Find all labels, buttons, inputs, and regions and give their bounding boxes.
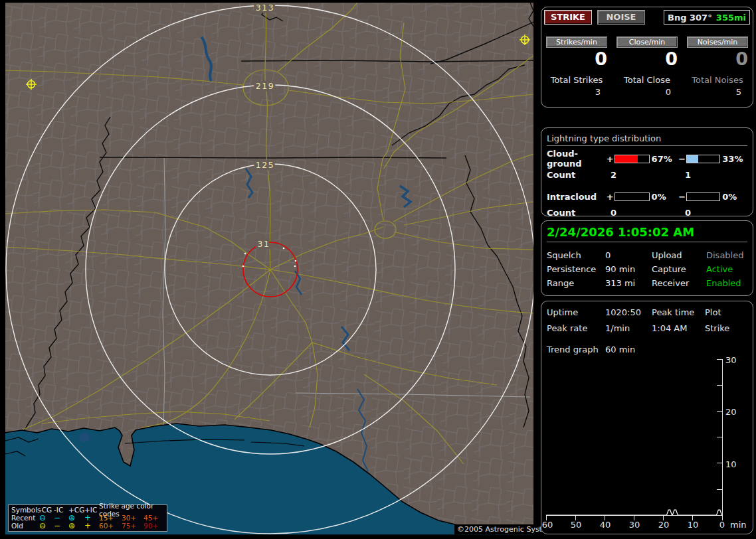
total-strikes-label: Total Strikes — [546, 75, 607, 85]
total-close-label: Total Close — [616, 75, 678, 85]
total-noises-value: 5 — [687, 87, 748, 97]
legend-old-label: Old — [11, 522, 39, 530]
status-grid: Squelch 0 Upload Disabled Persistence 90… — [541, 250, 753, 288]
y-tick-10: 10 — [725, 459, 737, 469]
total-close-value: 0 — [616, 87, 678, 97]
cloud-ground-count-row: Count 2 1 — [541, 167, 753, 183]
cg-negative-pct: 33% — [720, 154, 747, 164]
trend-settings-row: Trend graph 60 min — [541, 345, 753, 354]
capture-state: Active — [706, 264, 747, 274]
upload-label: Upload — [652, 250, 706, 260]
trend-graph-label: Trend graph — [547, 345, 605, 354]
strikes-per-min-button[interactable]: Strikes/min — [546, 37, 607, 48]
age-15: 15+ — [99, 514, 122, 522]
x-tick-50: 50 — [571, 520, 582, 530]
intracloud-label: Intracloud — [547, 192, 606, 202]
trend-graph: 30 20 10 60 50 40 30 20 10 0 min — [541, 301, 753, 534]
intracloud-count-row: Count 0 0 — [541, 204, 753, 220]
cloud-ground-row: Cloud-ground + 67% − 33% — [541, 151, 753, 167]
pos-ic-old-icon: + — [84, 522, 99, 530]
plot-header: Plot — [705, 307, 747, 317]
peak-time-header: Peak time — [652, 307, 705, 317]
cg-negative-count: 1 — [684, 170, 691, 180]
peak-rate-value: 1/min — [605, 323, 652, 333]
plot-value: Strike — [705, 323, 747, 333]
x-tick-30: 30 — [629, 520, 640, 530]
ring-label-313: 313 — [256, 3, 274, 13]
pos-cg-old-icon: ⊕ — [68, 522, 84, 530]
ic-negative-pct: 0% — [720, 192, 747, 202]
bearing-readout: Bng 307° 355mi — [664, 10, 750, 25]
ring-label-125: 125 — [256, 160, 274, 170]
stats-grid: Uptime 1020:50 Peak time Plot Peak rate … — [541, 307, 753, 333]
plus-sign: + — [606, 154, 614, 164]
receiver-label: Receiver — [652, 278, 706, 288]
distribution-title: Lightning type distribution — [547, 133, 747, 146]
strike-map[interactable]: 313 219 125 31 — [5, 3, 533, 535]
noises-per-min-value: 0 — [687, 48, 748, 69]
neg-cg-old-icon: ⊖ — [39, 522, 54, 530]
strikes-counter: Strikes/min 0 Total Strikes 3 — [546, 37, 607, 97]
intracloud-row: Intracloud + 0% − 0% — [541, 189, 753, 204]
minus-sign: − — [678, 154, 686, 164]
plus-sign: + — [606, 192, 614, 202]
x-tick-40: 40 — [600, 520, 611, 530]
bearing-value: Bng 307° — [668, 13, 712, 23]
uptime-label: Uptime — [547, 307, 605, 317]
x-axis-unit: min — [730, 520, 747, 530]
ic-positive-pct: 0% — [650, 192, 678, 202]
status-panel: 2/24/2026 1:05:02 AM Squelch 0 Upload Di… — [541, 220, 753, 296]
persistence-value: 90 min — [605, 264, 652, 274]
rate-counters: Strikes/min 0 Total Strikes 3 Close/min … — [541, 37, 753, 97]
receiver-state: Enabled — [706, 278, 747, 288]
nexstorm-window: { "map": { "ring_labels": ["313", "219",… — [0, 0, 756, 539]
trend-axes — [546, 359, 723, 520]
trend-tick-labels: 30 20 10 60 50 40 30 20 10 0 min — [542, 355, 747, 530]
strike-legend: Symbols -CG -IC +CG +IC Strike age color… — [8, 504, 167, 532]
capture-label: Capture — [652, 264, 706, 274]
age-45: 45+ — [143, 514, 165, 522]
lightning-distribution-panel: Lightning type distribution Cloud-ground… — [541, 127, 753, 216]
x-tick-10: 10 — [688, 520, 699, 530]
legend-recent-label: Recent — [11, 514, 39, 522]
cloud-ground-label: Cloud-ground — [547, 149, 606, 169]
age-60: 60+ — [99, 522, 122, 530]
noise-toggle-button[interactable]: NOISE — [597, 10, 645, 25]
ring-label-219: 219 — [256, 81, 274, 91]
peak-rate-label: Peak rate — [547, 323, 605, 333]
strike-toggle-button[interactable]: STRIKE — [544, 10, 592, 25]
ic-positive-bar — [614, 193, 650, 201]
age-30: 30+ — [122, 514, 143, 522]
squelch-value: 0 — [605, 250, 652, 260]
noises-per-min-button[interactable]: Noises/min — [687, 37, 748, 48]
coastal-lake — [79, 433, 90, 442]
legend-symbols-header: Symbols — [11, 506, 39, 514]
upload-state: Disabled — [706, 250, 747, 260]
close-counter: Close/min 0 Total Close 0 — [616, 37, 678, 97]
display-mode-row: STRIKE NOISE Bng 307° 355mi — [541, 7, 753, 25]
counter-panel: STRIKE NOISE Bng 307° 355mi Strikes/min … — [541, 7, 753, 108]
strikes-per-min-value: 0 — [546, 48, 607, 69]
minus-sign: − — [678, 192, 686, 202]
total-noises-label: Total Noises — [687, 75, 748, 85]
cg-positive-bar — [614, 155, 650, 163]
datetime-display: 2/24/2026 1:05:02 AM — [547, 225, 747, 242]
x-tick-20: 20 — [658, 520, 670, 530]
squelch-label: Squelch — [547, 250, 605, 260]
count-label: Count — [547, 208, 609, 218]
y-tick-30: 30 — [725, 355, 737, 365]
cg-positive-count: 2 — [609, 170, 684, 180]
close-per-min-value: 0 — [616, 48, 678, 69]
persistence-label: Persistence — [547, 264, 605, 274]
y-tick-20: 20 — [725, 407, 737, 417]
neg-ic-old-icon: − — [54, 522, 68, 530]
age-75: 75+ — [122, 522, 143, 530]
x-tick-60: 60 — [542, 520, 553, 530]
ic-negative-count: 0 — [684, 208, 691, 218]
cg-positive-pct: 67% — [650, 154, 678, 164]
age-90: 90+ — [143, 522, 165, 530]
bearing-distance: 355mi — [716, 13, 746, 23]
close-per-min-button[interactable]: Close/min — [616, 37, 678, 48]
cg-negative-bar — [686, 155, 720, 163]
x-tick-0: 0 — [719, 520, 725, 530]
